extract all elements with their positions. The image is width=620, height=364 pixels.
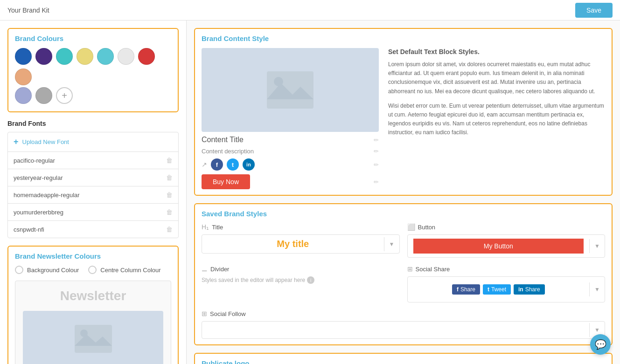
publicate-logo-title: Publicate logo xyxy=(202,359,605,364)
fb-share-btn[interactable]: f Share xyxy=(452,284,480,295)
add-colour-button[interactable]: + xyxy=(56,87,73,104)
publicate-logo-section: Publicate logo Created in p publicate xyxy=(194,353,613,364)
centre-column-colour-option[interactable]: Centre Column Colour xyxy=(88,266,160,274)
social-icons-row: ↗ f t in xyxy=(202,158,255,171)
centre-column-radio[interactable] xyxy=(88,266,97,274)
delete-font-1[interactable]: 🗑 xyxy=(166,174,173,181)
default-text-heading: Set Default Text Block Styles. xyxy=(388,48,605,55)
font-name-1: yesteryear-regular xyxy=(14,174,63,181)
plus-icon: + xyxy=(14,137,19,147)
social-share-preview: f Share t Tweet in Share xyxy=(408,277,590,302)
colour-swatch-teal[interactable] xyxy=(56,48,73,65)
button-preview: My Button xyxy=(408,235,590,257)
button-style-icon: ⬜ xyxy=(407,223,415,231)
lorem-text-2: Wisi debet error cum te. Eum ut verear p… xyxy=(388,102,605,137)
centre-column-label: Centre Column Colour xyxy=(100,267,160,274)
content-title-text: Content Title xyxy=(202,136,244,144)
social-share-dropdown: f Share t Tweet in Share ▼ xyxy=(407,276,606,302)
font-row-1: yesteryear-regular 🗑 xyxy=(8,169,178,186)
content-buy-row: Buy Now ✏ xyxy=(202,174,379,189)
content-placeholder-svg xyxy=(267,71,313,109)
facebook-icon[interactable]: f xyxy=(211,158,223,171)
colour-grid-2: + xyxy=(15,87,171,104)
social-follow-inner xyxy=(202,326,589,334)
colour-swatch-white-grey[interactable] xyxy=(118,48,134,65)
social-share-preview-inner: f Share t Tweet in Share xyxy=(413,281,584,298)
upload-font-row[interactable]: + Upload New Font xyxy=(8,132,178,152)
font-row-4: csnpwdt-nfi 🗑 xyxy=(8,221,178,238)
social-follow-item: ⊞ Social Follow ▼ xyxy=(202,310,605,339)
delete-font-4[interactable]: 🗑 xyxy=(166,226,173,233)
divider-info-icon[interactable]: i xyxy=(307,276,314,284)
buy-now-button[interactable]: Buy Now xyxy=(202,174,250,189)
tw-tweet-btn[interactable]: t Tweet xyxy=(483,284,511,295)
brand-fonts-section: Brand Fonts + Upload New Font pacifico-r… xyxy=(7,120,179,238)
social-share-icon: ⊞ xyxy=(407,265,413,273)
colour-swatch-grey[interactable] xyxy=(35,87,52,104)
divider-style-header: ⚊ Divider xyxy=(202,265,400,273)
colour-swatch-light-blue[interactable] xyxy=(97,48,114,65)
title-dropdown-arrow[interactable]: ▼ xyxy=(384,237,399,251)
lorem-text-1: Lorem ipsum dolor sit amet, vix dolores … xyxy=(388,60,605,96)
title-style-label: Title xyxy=(212,224,223,231)
title-style-dropdown: My title ▼ xyxy=(202,234,400,254)
social-share-dropdown-arrow[interactable]: ▼ xyxy=(589,282,605,296)
fonts-list: + Upload New Font pacifico-regular 🗑 yes… xyxy=(7,132,179,238)
divider-style-icon: ⚊ xyxy=(202,265,208,273)
content-image-placeholder xyxy=(202,48,379,132)
social-follow-icon: ⊞ xyxy=(202,310,207,317)
li-share-btn[interactable]: in Share xyxy=(514,284,545,295)
colour-swatch-red[interactable] xyxy=(138,48,155,65)
delete-font-3[interactable]: 🗑 xyxy=(166,208,173,216)
button-dropdown-arrow[interactable]: ▼ xyxy=(589,239,605,253)
social-share-item: ⊞ Social Share f Share t Tweet xyxy=(407,265,606,302)
chat-bubble-icon: 💬 xyxy=(595,339,606,350)
brand-content-style-title: Brand Content Style xyxy=(202,34,605,42)
colour-swatch-yellow[interactable] xyxy=(77,48,93,65)
svg-point-2 xyxy=(80,330,88,337)
edit-buy-icon[interactable]: ✏ xyxy=(374,179,379,185)
font-name-2: homemadeapple-regular xyxy=(14,192,80,199)
button-style-item: ⬜ Button My Button ▼ xyxy=(407,223,606,258)
delete-font-0[interactable]: 🗑 xyxy=(166,157,173,164)
share-icon: ↗ xyxy=(202,161,207,168)
divider-hint-text: Styles saved in the editor will appear h… xyxy=(202,277,305,283)
background-colour-radio[interactable] xyxy=(15,266,23,274)
twitter-icon[interactable]: t xyxy=(227,158,239,171)
edit-social-icon[interactable]: ✏ xyxy=(374,161,379,168)
newsletter-preview-title: Newsletter xyxy=(23,288,163,303)
newsletter-preview: Newsletter xyxy=(15,281,171,364)
social-share-header: ⊞ Social Share xyxy=(407,265,606,273)
saved-styles-grid: H₁ Title My title ▼ ⬜ Button xyxy=(202,223,605,339)
background-colour-option[interactable]: Background Colour xyxy=(15,266,79,274)
social-share-label: Social Share xyxy=(416,266,450,273)
delete-font-2[interactable]: 🗑 xyxy=(166,191,173,199)
brand-colours-title: Brand Colours xyxy=(15,34,171,42)
font-name-4: csnpwdt-nfi xyxy=(14,226,44,233)
title-preview: My title xyxy=(202,235,384,253)
font-name-0: pacifico-regular xyxy=(14,157,55,164)
colour-swatch-blue[interactable] xyxy=(15,48,32,65)
upload-font-label: Upload New Font xyxy=(22,138,69,145)
colour-grid xyxy=(15,48,171,85)
title-style-header: H₁ Title xyxy=(202,223,400,231)
edit-title-icon[interactable]: ✏ xyxy=(374,137,379,144)
edit-desc-icon[interactable]: ✏ xyxy=(374,148,379,155)
app-header: Your Brand Kit Save xyxy=(0,0,620,21)
colour-swatch-peach[interactable] xyxy=(15,69,32,85)
colour-swatch-purple[interactable] xyxy=(35,48,52,65)
content-desc-text: Content description xyxy=(202,148,254,155)
linkedin-icon[interactable]: in xyxy=(243,158,255,171)
title-style-item: H₁ Title My title ▼ xyxy=(202,223,400,258)
button-style-header: ⬜ Button xyxy=(407,223,606,231)
right-panel: Brand Content Style Content Title ✏ xyxy=(187,21,620,364)
social-follow-header: ⊞ Social Follow xyxy=(202,310,605,317)
save-button[interactable]: Save xyxy=(575,3,613,18)
colour-swatch-lavender[interactable] xyxy=(15,87,32,104)
brand-colours-section: Brand Colours + xyxy=(7,28,179,112)
font-row-3: youmurdererbbreg 🗑 xyxy=(8,204,178,221)
button-preview-btn[interactable]: My Button xyxy=(413,239,584,254)
content-title-row: Content Title ✏ xyxy=(202,136,379,144)
chat-bubble-button[interactable]: 💬 xyxy=(590,334,611,355)
content-preview-area: Content Title ✏ Content description ✏ ↗ … xyxy=(202,48,379,189)
